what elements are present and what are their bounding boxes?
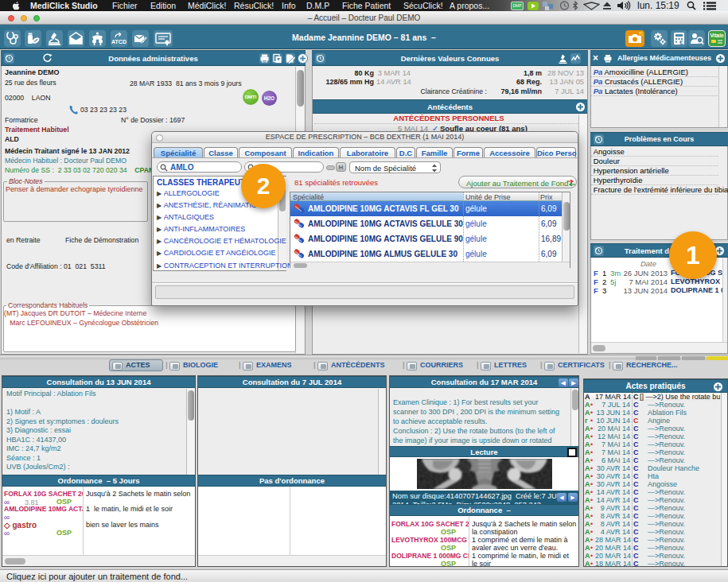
svg-text:Vitale: Vitale xyxy=(710,33,724,38)
svg-text:€: € xyxy=(679,39,683,46)
